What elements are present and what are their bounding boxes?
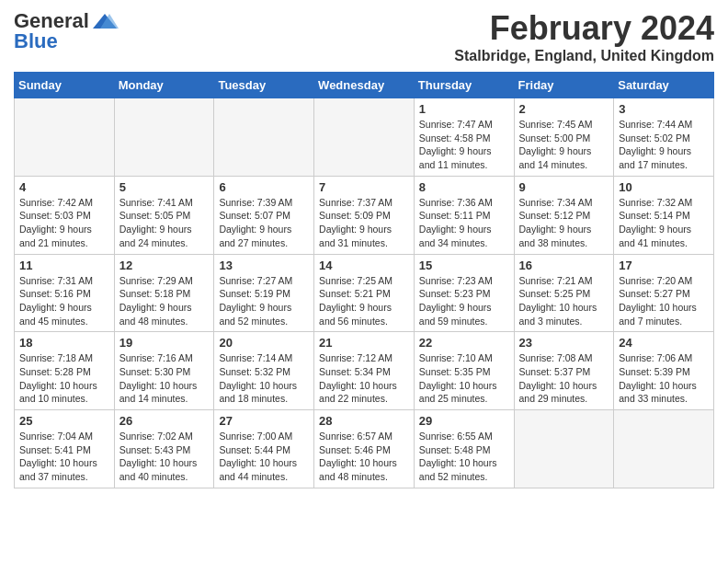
day-info: Sunrise: 7:42 AM Sunset: 5:03 PM Dayligh… — [19, 196, 109, 250]
day-number: 8 — [419, 180, 509, 194]
day-info: Sunrise: 7:23 AM Sunset: 5:23 PM Dayligh… — [419, 274, 509, 328]
header-row: Sunday Monday Tuesday Wednesday Thursday… — [15, 73, 714, 98]
calendar-cell: 10Sunrise: 7:32 AM Sunset: 5:14 PM Dayli… — [614, 176, 714, 254]
day-info: Sunrise: 7:25 AM Sunset: 5:21 PM Dayligh… — [319, 274, 409, 328]
calendar-cell: 24Sunrise: 7:06 AM Sunset: 5:39 PM Dayli… — [614, 332, 714, 410]
week-row-1: 4Sunrise: 7:42 AM Sunset: 5:03 PM Daylig… — [15, 176, 714, 254]
day-number: 14 — [319, 259, 409, 272]
day-number: 16 — [519, 259, 609, 272]
day-number: 23 — [519, 336, 609, 350]
day-info: Sunrise: 7:14 AM Sunset: 5:32 PM Dayligh… — [219, 351, 309, 406]
calendar-cell: 16Sunrise: 7:21 AM Sunset: 5:25 PM Dayli… — [514, 254, 614, 332]
day-number: 12 — [119, 259, 210, 272]
day-info: Sunrise: 7:18 AM Sunset: 5:28 PM Dayligh… — [19, 351, 109, 406]
calendar-cell: 18Sunrise: 7:18 AM Sunset: 5:28 PM Dayli… — [15, 332, 115, 410]
day-info: Sunrise: 7:41 AM Sunset: 5:05 PM Dayligh… — [119, 196, 210, 250]
week-row-2: 11Sunrise: 7:31 AM Sunset: 5:16 PM Dayli… — [15, 254, 714, 332]
day-info: Sunrise: 7:37 AM Sunset: 5:09 PM Dayligh… — [319, 196, 409, 250]
day-info: Sunrise: 7:00 AM Sunset: 5:44 PM Dayligh… — [219, 430, 309, 484]
calendar-cell: 26Sunrise: 7:02 AM Sunset: 5:43 PM Dayli… — [114, 410, 214, 488]
week-row-3: 18Sunrise: 7:18 AM Sunset: 5:28 PM Dayli… — [15, 332, 714, 410]
calendar-cell: 6Sunrise: 7:39 AM Sunset: 5:07 PM Daylig… — [214, 176, 314, 254]
calendar-cell: 21Sunrise: 7:12 AM Sunset: 5:34 PM Dayli… — [314, 332, 415, 410]
month-title: February 2024 — [454, 9, 714, 48]
calendar-cell: 29Sunrise: 6:55 AM Sunset: 5:48 PM Dayli… — [414, 410, 514, 488]
day-number: 15 — [419, 259, 509, 272]
day-info: Sunrise: 7:31 AM Sunset: 5:16 PM Dayligh… — [19, 274, 109, 328]
calendar-cell: 9Sunrise: 7:34 AM Sunset: 5:12 PM Daylig… — [514, 176, 614, 254]
calendar-cell: 3Sunrise: 7:44 AM Sunset: 5:02 PM Daylig… — [614, 98, 714, 177]
day-info: Sunrise: 7:21 AM Sunset: 5:25 PM Dayligh… — [519, 274, 609, 328]
header-monday: Monday — [114, 73, 214, 98]
logo: General Blue — [14, 9, 119, 53]
day-info: Sunrise: 7:32 AM Sunset: 5:14 PM Dayligh… — [619, 196, 709, 250]
calendar-cell — [114, 98, 214, 177]
day-number: 25 — [19, 414, 109, 428]
day-number: 1 — [419, 102, 509, 116]
day-info: Sunrise: 7:34 AM Sunset: 5:12 PM Dayligh… — [519, 196, 609, 250]
calendar-cell: 4Sunrise: 7:42 AM Sunset: 5:03 PM Daylig… — [15, 176, 115, 254]
day-info: Sunrise: 7:36 AM Sunset: 5:11 PM Dayligh… — [419, 196, 509, 250]
day-number: 21 — [319, 336, 409, 350]
day-info: Sunrise: 7:44 AM Sunset: 5:02 PM Dayligh… — [619, 118, 709, 172]
day-number: 27 — [219, 414, 309, 428]
day-number: 26 — [119, 414, 210, 428]
day-number: 9 — [519, 180, 609, 194]
day-number: 20 — [219, 336, 309, 350]
header-tuesday: Tuesday — [214, 73, 314, 98]
calendar-cell — [214, 98, 314, 177]
calendar-cell: 17Sunrise: 7:20 AM Sunset: 5:27 PM Dayli… — [614, 254, 714, 332]
day-info: Sunrise: 7:06 AM Sunset: 5:39 PM Dayligh… — [619, 351, 709, 406]
day-info: Sunrise: 7:08 AM Sunset: 5:37 PM Dayligh… — [519, 351, 609, 406]
calendar-cell — [314, 98, 415, 177]
title-section: February 2024 Stalbridge, England, Unite… — [454, 9, 714, 64]
week-row-4: 25Sunrise: 7:04 AM Sunset: 5:41 PM Dayli… — [15, 410, 714, 488]
day-number: 29 — [419, 414, 509, 428]
day-number: 24 — [619, 336, 709, 350]
calendar-table: Sunday Monday Tuesday Wednesday Thursday… — [14, 72, 714, 488]
calendar-cell: 25Sunrise: 7:04 AM Sunset: 5:41 PM Dayli… — [15, 410, 115, 488]
day-info: Sunrise: 7:39 AM Sunset: 5:07 PM Dayligh… — [219, 196, 309, 250]
day-number: 7 — [319, 180, 409, 194]
day-number: 2 — [519, 102, 609, 116]
day-info: Sunrise: 6:57 AM Sunset: 5:46 PM Dayligh… — [319, 430, 409, 484]
header-thursday: Thursday — [414, 73, 514, 98]
calendar-cell: 7Sunrise: 7:37 AM Sunset: 5:09 PM Daylig… — [314, 176, 415, 254]
day-number: 4 — [19, 180, 109, 194]
calendar-cell: 13Sunrise: 7:27 AM Sunset: 5:19 PM Dayli… — [214, 254, 314, 332]
day-number: 18 — [19, 336, 109, 350]
calendar-cell: 11Sunrise: 7:31 AM Sunset: 5:16 PM Dayli… — [15, 254, 115, 332]
calendar-cell: 22Sunrise: 7:10 AM Sunset: 5:35 PM Dayli… — [414, 332, 514, 410]
calendar-cell — [614, 410, 714, 488]
day-number: 17 — [619, 259, 709, 272]
calendar-cell: 14Sunrise: 7:25 AM Sunset: 5:21 PM Dayli… — [314, 254, 415, 332]
header-wednesday: Wednesday — [314, 73, 415, 98]
calendar-cell: 19Sunrise: 7:16 AM Sunset: 5:30 PM Dayli… — [114, 332, 214, 410]
day-number: 22 — [419, 336, 509, 350]
day-info: Sunrise: 7:47 AM Sunset: 4:58 PM Dayligh… — [419, 118, 509, 172]
calendar-cell: 23Sunrise: 7:08 AM Sunset: 5:37 PM Dayli… — [514, 332, 614, 410]
day-info: Sunrise: 7:12 AM Sunset: 5:34 PM Dayligh… — [319, 351, 409, 406]
calendar-cell: 12Sunrise: 7:29 AM Sunset: 5:18 PM Dayli… — [114, 254, 214, 332]
calendar-cell: 2Sunrise: 7:45 AM Sunset: 5:00 PM Daylig… — [514, 98, 614, 177]
logo-blue: Blue — [14, 29, 58, 53]
calendar-cell — [514, 410, 614, 488]
day-number: 28 — [319, 414, 409, 428]
day-info: Sunrise: 7:27 AM Sunset: 5:19 PM Dayligh… — [219, 274, 309, 328]
calendar-cell: 28Sunrise: 6:57 AM Sunset: 5:46 PM Dayli… — [314, 410, 415, 488]
day-info: Sunrise: 7:16 AM Sunset: 5:30 PM Dayligh… — [119, 351, 210, 406]
day-info: Sunrise: 7:29 AM Sunset: 5:18 PM Dayligh… — [119, 274, 210, 328]
day-number: 3 — [619, 102, 709, 116]
logo-icon — [91, 12, 119, 30]
calendar-cell: 8Sunrise: 7:36 AM Sunset: 5:11 PM Daylig… — [414, 176, 514, 254]
location-title: Stalbridge, England, United Kingdom — [454, 48, 714, 64]
day-info: Sunrise: 7:45 AM Sunset: 5:00 PM Dayligh… — [519, 118, 609, 172]
calendar-cell: 5Sunrise: 7:41 AM Sunset: 5:05 PM Daylig… — [114, 176, 214, 254]
day-info: Sunrise: 7:04 AM Sunset: 5:41 PM Dayligh… — [19, 430, 109, 484]
week-row-0: 1Sunrise: 7:47 AM Sunset: 4:58 PM Daylig… — [15, 98, 714, 177]
calendar-cell — [15, 98, 115, 177]
day-info: Sunrise: 7:02 AM Sunset: 5:43 PM Dayligh… — [119, 430, 210, 484]
day-number: 19 — [119, 336, 210, 350]
calendar-cell: 1Sunrise: 7:47 AM Sunset: 4:58 PM Daylig… — [414, 98, 514, 177]
day-number: 10 — [619, 180, 709, 194]
